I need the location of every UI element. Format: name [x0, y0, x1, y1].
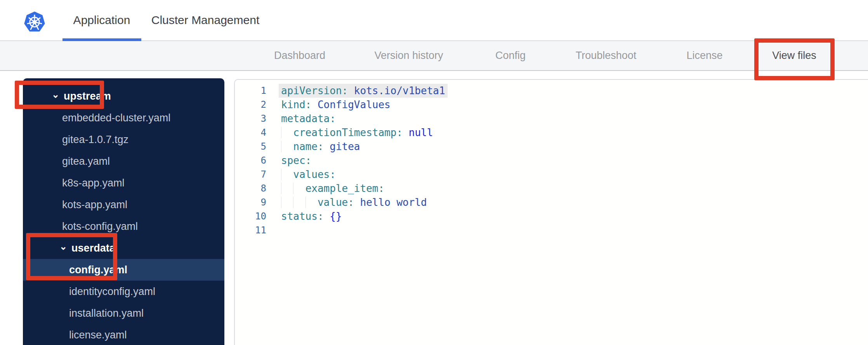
line-number: 7 [235, 167, 272, 181]
code-content: kind: ConfigValues [281, 98, 391, 112]
subnav-tab-version-history[interactable]: Version history [374, 41, 443, 70]
line-number: 9 [235, 195, 272, 209]
line-number: 6 [235, 154, 272, 167]
kots-admin-console: ApplicationCluster Management DashboardV… [0, 0, 868, 345]
application-active-underline [62, 38, 141, 41]
tree-item-label: kots-app.yaml [62, 199, 127, 211]
code-line-2: 2kind: ConfigValues [235, 98, 868, 112]
tree-folder-upstream[interactable]: ⌄upstream [23, 85, 224, 107]
tree-item-label: license.yaml [69, 329, 127, 341]
subnav-tab-dashboard[interactable]: Dashboard [274, 41, 325, 70]
code-line-7: 7 values: [235, 167, 868, 181]
code-line-9: 9 value: hello world [235, 195, 868, 209]
code-line-1: 1apiVersion: kots.io/v1beta1 [235, 84, 868, 98]
tree-item-label: config.yaml [69, 264, 127, 276]
tree-item-label: kots-config.yaml [62, 221, 138, 233]
tree-item-label: userdata [71, 242, 115, 254]
tree-item-label: k8s-app.yaml [62, 177, 125, 189]
line-number: 5 [235, 140, 272, 154]
code-content: example_item: [281, 181, 384, 195]
tree-folder-userdata[interactable]: ⌄userdata [23, 237, 224, 259]
line-number: 1 [235, 84, 272, 98]
code-line-4: 4 creationTimestamp: null [235, 126, 868, 140]
line-number: 3 [235, 112, 272, 126]
tree-file-config-yaml[interactable]: config.yaml [23, 259, 224, 281]
line-number: 11 [235, 223, 272, 237]
tree-file-embedded-cluster-yaml[interactable]: embedded-cluster.yaml [23, 107, 224, 129]
app-header: ApplicationCluster Management [0, 0, 868, 41]
chevron-down-icon: ⌄ [59, 241, 67, 252]
tree-file-license-yaml[interactable]: license.yaml [23, 324, 224, 345]
code-content: name: gitea [281, 140, 360, 154]
tree-file-kots-app-yaml[interactable]: kots-app.yaml [23, 194, 224, 216]
line-number: 2 [235, 98, 272, 112]
app-subnav: DashboardVersion historyConfigTroublesho… [0, 41, 868, 71]
tree-item-label: installation.yaml [69, 307, 144, 319]
code-content: metadata: [281, 112, 336, 126]
code-line-6: 6spec: [235, 154, 868, 167]
header-tab-cluster-management[interactable]: Cluster Management [151, 0, 259, 40]
code-line-8: 8 example_item: [235, 181, 868, 195]
tree-item-label: upstream [64, 90, 111, 102]
code-content: status: {} [281, 209, 342, 223]
tree-item-label: gitea-1.0.7.tgz [62, 134, 128, 146]
tree-file-k8s-app-yaml[interactable]: k8s-app.yaml [23, 172, 224, 194]
code-line-11: 11 [235, 223, 868, 237]
subnav-tab-config[interactable]: Config [495, 41, 526, 70]
tree-file-kots-config-yaml[interactable]: kots-config.yaml [23, 216, 224, 237]
chevron-down-icon: ⌄ [52, 89, 59, 100]
line-number: 8 [235, 181, 272, 195]
tree-file-installation-yaml[interactable]: installation.yaml [23, 302, 224, 324]
tree-item-label: gitea.yaml [62, 155, 110, 167]
line-number: 10 [235, 209, 272, 223]
tree-file-identityconfig-yaml[interactable]: identityconfig.yaml [23, 281, 224, 302]
code-content: values: [281, 167, 336, 181]
code-line-5: 5 name: gitea [235, 140, 868, 154]
code-content: value: hello world [281, 195, 427, 209]
header-tab-application[interactable]: Application [73, 0, 130, 40]
code-line-10: 10status: {} [235, 209, 868, 223]
tree-file-gitea-1-0-7-tgz[interactable]: gitea-1.0.7.tgz [23, 129, 224, 150]
tree-item-label: embedded-cluster.yaml [62, 112, 170, 124]
subnav-tab-view-files[interactable]: View files [772, 41, 816, 70]
file-content-viewer[interactable]: 1apiVersion: kots.io/v1beta12kind: Confi… [234, 79, 868, 345]
file-tree-sidebar: ⌄upstreamembedded-cluster.yamlgitea-1.0.… [23, 78, 224, 345]
kubernetes-logo [23, 11, 46, 33]
line-number: 4 [235, 126, 272, 140]
code-content: spec: [281, 154, 311, 167]
subnav-tab-troubleshoot[interactable]: Troubleshoot [576, 41, 637, 70]
subnav-tab-license[interactable]: License [686, 41, 722, 70]
tree-item-label: identityconfig.yaml [69, 286, 155, 298]
tree-file-gitea-yaml[interactable]: gitea.yaml [23, 150, 224, 172]
code-content: creationTimestamp: null [281, 126, 433, 140]
code-content: apiVersion: kots.io/v1beta1 [281, 84, 445, 98]
code-line-3: 3metadata: [235, 112, 868, 126]
